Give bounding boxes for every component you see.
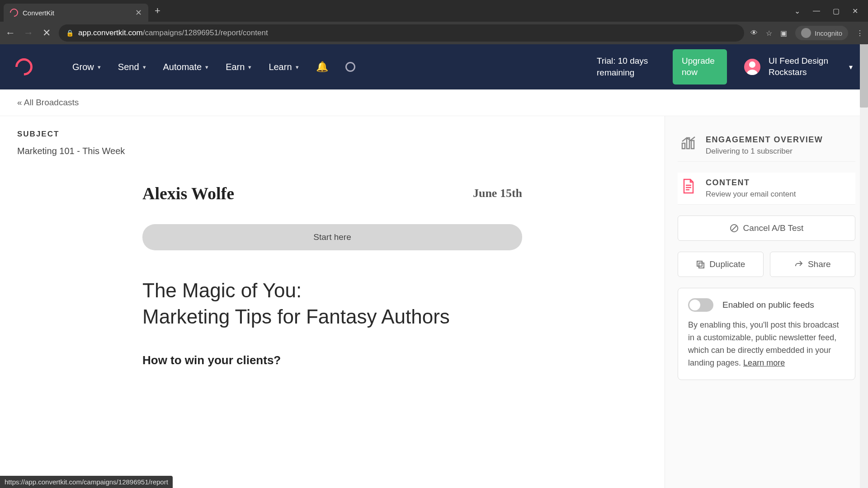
start-here-button[interactable]: Start here	[142, 224, 522, 250]
public-feed-box: Enabled on public feeds By enabling this…	[678, 288, 855, 380]
eye-off-icon[interactable]: 👁	[750, 29, 758, 37]
author-name: Alexis Wolfe	[142, 183, 234, 203]
tab-title: ConvertKit	[23, 9, 131, 17]
upgrade-button[interactable]: Upgrade now	[673, 49, 727, 84]
chart-icon	[680, 135, 697, 151]
address-bar: ← → ✕ 🔒 app.convertkit.com/campaigns/128…	[0, 22, 868, 44]
minimize-icon[interactable]: —	[813, 7, 820, 15]
top-nav: Grow▾ Send▾ Automate▾ Earn▾ Learn▾ 🔔 Tri…	[0, 44, 868, 89]
nav-learn[interactable]: Learn▾	[269, 62, 298, 72]
incognito-badge[interactable]: Incognito	[795, 26, 848, 40]
back-to-broadcasts-link[interactable]: « All Broadcasts	[17, 98, 79, 107]
public-feed-toggle[interactable]	[688, 298, 713, 312]
content-title: CONTENT	[706, 178, 796, 188]
subject-text: Marketing 101 - This Week	[17, 146, 647, 156]
email-preview: Alexis Wolfe June 15th Start here The Ma…	[133, 183, 531, 367]
chevron-down-icon: ▾	[143, 64, 146, 70]
headline-2: Marketing Tips for Fantasy Authors	[142, 305, 522, 328]
close-window-icon[interactable]: ✕	[852, 7, 858, 15]
avatar-icon	[744, 59, 760, 75]
engagement-subtitle: Delivering to 1 subscriber	[706, 147, 823, 156]
addr-right-controls: 👁 ☆ ▣ Incognito ⋮	[750, 26, 863, 40]
window-controls: ⌄ — ▢ ✕	[794, 7, 864, 15]
sidebar-item-content[interactable]: CONTENT Review your email content	[678, 173, 855, 205]
subject-label: SUBJECT	[17, 130, 647, 139]
close-tab-icon[interactable]: ✕	[135, 8, 142, 18]
content-subtitle: Review your email content	[706, 190, 796, 199]
scrollbar-thumb[interactable]	[860, 44, 868, 108]
share-button[interactable]: Share	[770, 252, 856, 277]
sidebar-item-engagement[interactable]: ENGAGEMENT OVERVIEW Delivering to 1 subs…	[678, 130, 855, 162]
right-sidebar: ENGAGEMENT OVERVIEW Delivering to 1 subs…	[665, 116, 868, 488]
favicon-icon	[8, 7, 19, 18]
cancel-icon	[730, 224, 739, 233]
engagement-title: ENGAGEMENT OVERVIEW	[706, 135, 823, 145]
status-bar-url: https://app.convertkit.com/campaigns/128…	[0, 476, 173, 488]
action-row: Duplicate Share	[678, 252, 855, 277]
forward-button[interactable]: →	[23, 27, 34, 39]
main-panel: SUBJECT Marketing 101 - This Week Alexis…	[0, 116, 665, 488]
chevron-down-icon: ▾	[296, 64, 299, 70]
chevron-down-icon: ▾	[98, 64, 101, 70]
breadcrumb: « All Broadcasts	[0, 89, 868, 116]
feed-toggle-row: Enabled on public feeds	[688, 298, 845, 312]
scrollbar[interactable]	[860, 44, 868, 488]
bell-icon[interactable]: 🔔	[316, 61, 328, 73]
nav-grow[interactable]: Grow▾	[72, 62, 101, 72]
chevron-down-icon: ▾	[849, 63, 853, 71]
loading-ring-icon	[345, 62, 355, 72]
trial-status: Trial: 10 days remaining	[597, 55, 656, 78]
document-icon	[680, 178, 697, 194]
chevron-down-icon[interactable]: ⌄	[794, 7, 800, 15]
cancel-ab-test-button[interactable]: Cancel A/B Test	[678, 216, 855, 241]
svg-rect-3	[699, 263, 704, 268]
url-input[interactable]: 🔒 app.convertkit.com/campaigns/12896951/…	[59, 24, 744, 42]
chevron-down-icon: ▾	[248, 64, 251, 70]
panel-icon[interactable]: ▣	[780, 29, 787, 38]
browser-tab[interactable]: ConvertKit ✕	[4, 4, 148, 22]
subheading: How to win your clients?	[142, 353, 522, 367]
back-button[interactable]: ←	[5, 27, 16, 39]
copy-icon	[696, 260, 705, 269]
incognito-icon	[801, 28, 811, 38]
lock-icon: 🔒	[66, 29, 74, 37]
logo-icon[interactable]	[12, 55, 36, 79]
nav-send[interactable]: Send▾	[118, 62, 146, 72]
star-icon[interactable]: ☆	[766, 29, 772, 38]
tab-bar: ConvertKit ✕ + ⌄ — ▢ ✕	[0, 0, 868, 22]
svg-rect-2	[697, 261, 702, 266]
browser-chrome: ConvertKit ✕ + ⌄ — ▢ ✕ ← → ✕ 🔒 app.conve…	[0, 0, 868, 44]
email-date: June 15th	[473, 187, 522, 200]
share-icon	[794, 260, 803, 269]
duplicate-button[interactable]: Duplicate	[678, 252, 764, 277]
svg-line-1	[732, 226, 736, 230]
nav-earn[interactable]: Earn▾	[226, 62, 251, 72]
email-header: Alexis Wolfe June 15th	[142, 183, 522, 203]
reload-button[interactable]: ✕	[41, 27, 52, 39]
headline-1: The Magic of You:	[142, 279, 522, 302]
feed-description: By enabling this, you'll post this broad…	[688, 319, 845, 370]
account-menu[interactable]: UI Feed Design Rockstars ▾	[744, 56, 853, 78]
maximize-icon[interactable]: ▢	[833, 7, 840, 15]
kebab-menu-icon[interactable]: ⋮	[856, 29, 863, 38]
chevron-down-icon: ▾	[205, 64, 208, 70]
url-text: app.convertkit.com/campaigns/12896951/re…	[78, 28, 268, 38]
app-root: Grow▾ Send▾ Automate▾ Earn▾ Learn▾ 🔔 Tri…	[0, 44, 868, 488]
nav-automate[interactable]: Automate▾	[163, 62, 209, 72]
body: SUBJECT Marketing 101 - This Week Alexis…	[0, 116, 868, 488]
learn-more-link[interactable]: Learn more	[743, 358, 785, 367]
new-tab-button[interactable]: +	[155, 5, 160, 17]
feed-toggle-label: Enabled on public feeds	[722, 300, 814, 310]
